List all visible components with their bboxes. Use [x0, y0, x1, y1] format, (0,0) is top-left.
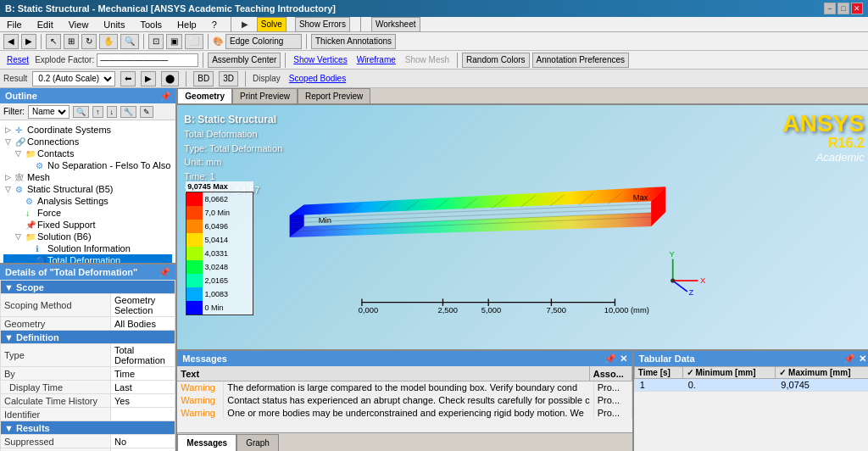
expander[interactable]: ▽	[15, 232, 25, 241]
menu-units[interactable]: Units	[100, 19, 128, 31]
tab-messages[interactable]: Messages	[177, 434, 236, 451]
outline-btn2[interactable]: ↑	[92, 106, 103, 118]
messages-pin[interactable]: 📌	[604, 354, 616, 365]
beam-visualization: Min Max 0,000 2,500 5,000 7,500 10,000 (…	[253, 152, 745, 349]
tree-no-separation[interactable]: ⚙ No Separation - Felso To Also	[3, 159, 172, 171]
show-vertices-button[interactable]: Show Vertices	[290, 53, 350, 68]
close-button[interactable]: ✕	[851, 3, 863, 14]
menu-file[interactable]: File	[3, 19, 25, 31]
tb-btn-1[interactable]: ◀	[3, 34, 19, 49]
scale-5000: 5,000	[481, 306, 501, 315]
bd-btn[interactable]: BD	[193, 71, 214, 86]
menu-question[interactable]: ?	[209, 19, 220, 31]
msg-row-2[interactable]: Warning One or more bodies may be underc…	[177, 407, 632, 420]
menu-help[interactable]: Help	[174, 19, 200, 31]
result-btn2[interactable]: ▶	[141, 71, 156, 86]
tabular-pin[interactable]: 📌	[843, 354, 855, 365]
toolbar1: ◀ ▶ ↖ ⊞ ↻ ✋ 🔍 ⊡ ▣ ⬜ 🎨 Edge Coloring Thic…	[0, 32, 868, 51]
expander[interactable]: ▽	[5, 137, 15, 146]
menu-view[interactable]: View	[65, 19, 92, 31]
messages-tabs: Messages Graph	[177, 432, 632, 451]
explode-label: Explode Factor:	[35, 55, 94, 64]
right-panel: Geometry Print Preview Report Preview B:…	[177, 88, 868, 451]
solve-button[interactable]: Solve	[257, 17, 287, 32]
static-icon: ⚙	[15, 185, 27, 194]
col-maximum[interactable]: ✓ Maximum [mm]	[776, 367, 868, 379]
tree-fixed-support[interactable]: 📌 Fixed Support	[3, 219, 172, 231]
wireframe-button[interactable]: Wireframe	[353, 53, 399, 68]
legend-color-4	[186, 247, 202, 260]
msg-row-0[interactable]: Warning The deformation is large compare…	[177, 381, 632, 394]
tabular-row-0[interactable]: 1 0. 9,0745	[634, 379, 868, 392]
tree-coordinate-systems[interactable]: ▷ ✛ Coordinate Systems	[3, 124, 172, 136]
outline-btn1[interactable]: 🔍	[73, 106, 89, 118]
sep-icon: ⚙	[36, 161, 47, 170]
menu-tools[interactable]: Tools	[136, 19, 165, 31]
col-time[interactable]: Time [s]	[634, 367, 682, 379]
tb-fit[interactable]: ⊡	[148, 34, 164, 49]
minimize-button[interactable]: −	[824, 3, 836, 14]
tb-view2[interactable]: ⬜	[185, 34, 203, 49]
details-pin[interactable]: 📌	[159, 267, 170, 278]
tree-connections[interactable]: ▽ 🔗 Connections	[3, 136, 172, 148]
viewport[interactable]: B: Static Structural Total Deformation T…	[177, 105, 868, 349]
menu-edit[interactable]: Edit	[34, 19, 57, 31]
tb-btn-2[interactable]: ▶	[21, 34, 36, 49]
ansys-info-title: B: Static Structural	[184, 112, 282, 127]
tb-pan[interactable]: ✋	[99, 34, 118, 49]
coord-axes: X Y Z	[670, 250, 707, 297]
worksheet-button[interactable]: Worksheet	[371, 17, 420, 32]
tree-total-deformation[interactable]: 🔵 Total Deformation	[3, 254, 172, 263]
filter-select[interactable]: Name	[28, 105, 70, 119]
thicken-button[interactable]: Thicken Annotations	[311, 34, 396, 49]
tab-print-preview[interactable]: Print Preview	[232, 88, 298, 103]
scoped-bodies-button[interactable]: Scoped Bodies	[286, 71, 349, 86]
messages-close[interactable]: ✕	[620, 354, 627, 365]
expander[interactable]: ▽	[15, 149, 25, 158]
msg-row-1[interactable]: Warning Contact status has experienced a…	[177, 394, 632, 407]
show-errors-button[interactable]: Show Errors	[295, 17, 350, 32]
col-minimum[interactable]: ✓ Minimum [mm]	[682, 367, 776, 379]
tree-force[interactable]: ↓ Force	[3, 207, 172, 219]
tree-label: No Separation - Felso To Also	[47, 160, 170, 170]
tb-select[interactable]: ↖	[46, 34, 61, 49]
tab-report-preview[interactable]: Report Preview	[298, 88, 370, 103]
outline-btn5[interactable]: ✎	[140, 106, 153, 118]
tb-zoom[interactable]: 🔍	[120, 34, 139, 49]
random-colors-button[interactable]: Random Colors	[462, 53, 529, 68]
edge-coloring-button[interactable]: Edge Coloring	[225, 34, 302, 49]
tree-mesh[interactable]: ▷ 🕸 Mesh	[3, 171, 172, 183]
maximize-button[interactable]: □	[837, 3, 849, 14]
expander[interactable]: ▽	[5, 185, 15, 193]
scope-label: ▼ Scope	[1, 281, 175, 294]
result-dropdown[interactable]: 0.2 (Auto Scale)	[32, 71, 115, 86]
annotation-prefs-button[interactable]: Annotation Preferences	[532, 53, 630, 68]
reset-button[interactable]: Reset	[3, 53, 32, 68]
3d-btn[interactable]: 3D	[219, 71, 238, 86]
tree-solution[interactable]: ▽ 📁 Solution (B6)	[3, 231, 172, 242]
tab-geometry[interactable]: Geometry	[177, 88, 232, 103]
outline-btn3[interactable]: ↓	[107, 106, 118, 118]
tree-contacts[interactable]: ▽ 📁 Contacts	[3, 148, 172, 159]
left-panel: Outline 📌 Filter: Name 🔍 ↑ ↓ 🔧 ✎ ▷	[0, 88, 177, 451]
expander[interactable]: ▷	[5, 125, 15, 134]
tb-select2[interactable]: ⊞	[64, 34, 79, 49]
msg-col-asso[interactable]: Asso...	[590, 366, 632, 381]
tabular-table: Time [s] ✓ Minimum [mm] ✓ Maximum [mm] 1…	[634, 366, 868, 392]
tree-static-structural[interactable]: ▽ ⚙ Static Structural (B5)	[3, 183, 172, 195]
tree-analysis-settings[interactable]: ⚙ Analysis Settings	[3, 195, 172, 207]
explode-input[interactable]	[97, 53, 198, 67]
show-mesh-button[interactable]: Show Mesh	[402, 53, 453, 68]
tb-view1[interactable]: ▣	[166, 34, 182, 49]
outline-pin[interactable]: 📌	[160, 92, 170, 101]
expander[interactable]: ▷	[5, 173, 15, 181]
tree-solution-info[interactable]: ℹ Solution Information	[3, 242, 172, 254]
tb-rotate[interactable]: ↻	[81, 34, 97, 49]
result-btn1[interactable]: ⬅	[120, 71, 136, 86]
result-btn3[interactable]: ⬤	[161, 71, 179, 86]
tabular-close[interactable]: ✕	[859, 354, 866, 365]
outline-btn4[interactable]: 🔧	[120, 106, 136, 118]
assembly-center-button[interactable]: Assembly Center	[208, 53, 281, 68]
tab-graph[interactable]: Graph	[236, 434, 279, 451]
msg-col-text[interactable]: Text	[177, 366, 589, 381]
